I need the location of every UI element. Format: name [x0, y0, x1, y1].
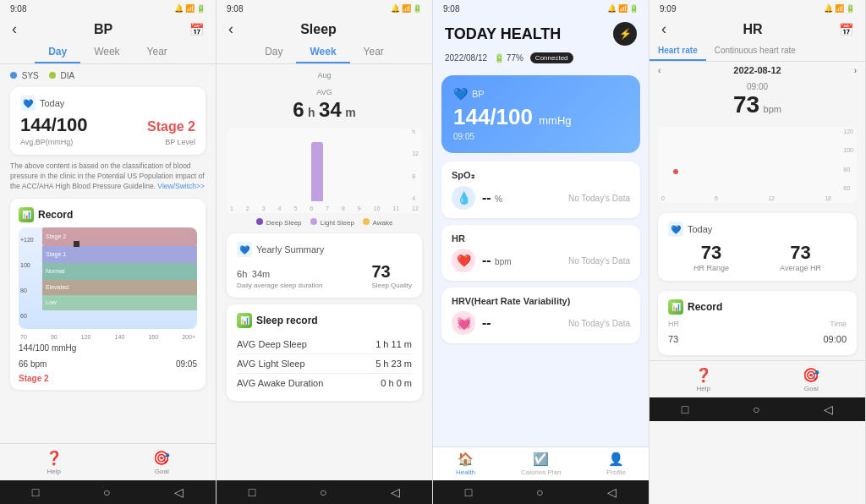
hr-nav-help[interactable]: ❓ Help — [695, 367, 712, 392]
bp-sub-labels: Avg.BP(mmHg) BP Level — [20, 138, 195, 146]
health-hr-card: HR ❤️ -- bpm No Today's Data — [441, 225, 640, 281]
sleep-tab-week[interactable]: Week — [296, 41, 349, 63]
hr-tab-heartrate[interactable]: Heart rate — [650, 41, 706, 61]
health-content: 💙 BP 144/100 mmHg 09:05 SpO₂ 💧 -- % N — [433, 68, 649, 446]
android-square-btn[interactable]: □ — [32, 485, 39, 499]
sleep-yearly-quality: 73 Sleep Quality — [371, 262, 412, 289]
hr-record-section: 📊 Record HR Time 73 09:00 — [658, 291, 857, 355]
bp-nav-goal[interactable]: 🎯 Goal — [153, 450, 170, 475]
health-meta: 2022/08/12 🔋 77% Connected — [433, 51, 649, 68]
sleep-tab-year[interactable]: Year — [350, 41, 397, 63]
bp-stage-value: Stage 2 — [147, 119, 195, 134]
bp-data-point — [74, 241, 79, 247]
sleep-chart-x: 1 2 3 4 5 6 7 8 9 10 11 12 — [230, 205, 419, 211]
sleep-avg-display: AVG 6 h 34 m — [227, 83, 422, 122]
hr-nav-goal[interactable]: 🎯 Goal — [803, 367, 819, 392]
bp-tab-year[interactable]: Year — [134, 41, 181, 63]
sleep-content: Aug AVG 6 h 34 m h 12 8 4 1 2 3 — [216, 64, 432, 480]
bp-tab-row: Day Week Year — [0, 41, 216, 64]
hr-next-btn[interactable]: › — [854, 66, 857, 75]
health-nav-calories[interactable]: ☑️ Calories Plan — [521, 452, 562, 476]
bp-record-section: 📊 Record +120 100 80 60 Stage 2 Stage 1 … — [10, 199, 206, 390]
health-hr-value: -- — [482, 253, 491, 267]
sleep-status-bar: 9:08 🔔 📶 🔋 — [216, 0, 432, 17]
sleep-back-button[interactable]: ‹ — [228, 20, 233, 38]
health-date: 2022/08/12 — [445, 53, 487, 63]
hr-android-bar: □ ○ ◁ — [650, 397, 865, 421]
bp-back-button[interactable]: ‹ — [12, 20, 17, 38]
health-android-circle[interactable]: ○ — [536, 485, 543, 499]
sleep-avg-mins: 34 — [319, 98, 342, 121]
hr-android-circle[interactable]: ○ — [753, 403, 759, 416]
health-android-square[interactable]: □ — [465, 485, 472, 499]
sleep-chart-y: h 12 8 4 — [412, 129, 419, 201]
hr-back-button[interactable]: ‹ — [661, 20, 666, 38]
hr-android-square[interactable]: □ — [682, 403, 688, 416]
health-profile-icon: 👤 — [608, 452, 624, 467]
bp-bottom-time: 09:05 — [176, 359, 197, 369]
health-android-back[interactable]: ◁ — [607, 485, 617, 499]
sleep-avg-m-unit: m — [345, 106, 355, 119]
health-spo2-row: 💧 -- % No Today's Data — [452, 186, 630, 210]
health-spo2-no-data: No Today's Data — [568, 194, 630, 203]
health-panel: 9:08 🔔 📶 🔋 TODAY HEALTH ⚡ 2022/08/12 🔋 7… — [433, 0, 650, 504]
hr-bpm-number: 73 — [733, 91, 759, 118]
health-bp-value: 144/100 mmHg — [453, 104, 628, 130]
bp-tab-day[interactable]: Day — [35, 41, 80, 63]
sleep-tab-row: Day Week Year — [216, 41, 432, 64]
sleep-android-circle[interactable]: ○ — [320, 485, 326, 499]
bp-tab-week[interactable]: Week — [80, 41, 133, 63]
hr-record-title: 📊 Record — [668, 299, 847, 315]
sleep-legend: Deep Sleep Light Sleep Awake — [227, 218, 422, 227]
health-hrv-no-data: No Today's Data — [568, 319, 630, 328]
hr-record-row: 73 09:00 — [668, 331, 847, 347]
bp-note-link[interactable]: View/Switch>> — [157, 182, 205, 190]
health-title: TODAY HEALTH — [445, 25, 561, 43]
bp-android-bar: □ ○ ◁ — [0, 480, 216, 504]
bp-legend-sys: SYS — [10, 71, 39, 80]
hrv-icon: 💓 — [452, 311, 475, 335]
sleep-legend-light: Light Sleep — [310, 218, 354, 227]
hr-bottom-nav: ❓ Help 🎯 Goal — [650, 360, 865, 397]
health-bp-label: 💙 BP — [453, 87, 628, 101]
sleep-android-back[interactable]: ◁ — [391, 485, 400, 499]
hr-tab-continuous[interactable]: Continuous heart rate — [706, 41, 804, 61]
hr-status-time: 9:09 — [660, 4, 676, 14]
health-home-icon: 🏠 — [458, 452, 474, 467]
sleep-chart: h 12 8 4 1 2 3 4 5 6 7 8 9 10 11 12 — [227, 129, 422, 213]
sleep-bar-8 — [311, 142, 323, 201]
sleep-tab-day[interactable]: Day — [251, 41, 296, 63]
health-hr-header: HR — [452, 233, 630, 244]
hr-today-card: 💙 Today 73 HR Range 73 Average HR — [658, 213, 857, 281]
hr-help-icon: ❓ — [695, 367, 712, 383]
normal-zone: Normal — [42, 263, 197, 280]
bp-today-card: 💙 Today 144/100 Stage 2 Avg.BP(mmHg) BP … — [10, 87, 206, 155]
hr-goal-icon: 🎯 — [803, 367, 819, 383]
bp-top-nav: ‹ BP 📅 — [0, 17, 216, 41]
hr-avg-block: 73 Average HR — [780, 242, 821, 272]
sleep-android-square[interactable]: □ — [249, 485, 255, 499]
sleep-legend-deep: Deep Sleep — [256, 218, 302, 227]
health-status-bar: 9:08 🔔 📶 🔋 — [433, 0, 649, 17]
hr-avg-label: Average HR — [780, 264, 821, 272]
sleep-yearly-hours: 6h 34m — [237, 262, 322, 282]
health-nav-health[interactable]: 🏠 Health — [456, 452, 475, 476]
android-circle-btn[interactable]: ○ — [103, 485, 110, 499]
hr-title: HR — [743, 22, 762, 37]
bp-calendar-icon[interactable]: 📅 — [189, 23, 204, 36]
bp-note: The above content is based on the classi… — [10, 162, 206, 192]
health-bottom-nav: 🏠 Health ☑️ Calories Plan 👤 Profile — [433, 446, 649, 480]
bp-nav-help[interactable]: ❓ Help — [46, 450, 63, 475]
bp-status-time: 9:08 — [10, 4, 26, 14]
health-spo2-value: -- — [482, 190, 491, 205]
hr-android-back[interactable]: ◁ — [824, 403, 833, 416]
hr-time-display: 09:00 — [650, 82, 865, 91]
hr-prev-btn[interactable]: ‹ — [658, 66, 660, 75]
android-back-btn[interactable]: ◁ — [174, 485, 184, 499]
health-nav-profile[interactable]: 👤 Profile — [606, 452, 626, 476]
bp-legend: SYS DIA — [10, 71, 206, 80]
sleep-status-icons: 🔔 📶 🔋 — [391, 4, 422, 13]
bluetooth-button[interactable]: ⚡ — [613, 22, 637, 46]
health-hr-no-data: No Today's Data — [568, 256, 630, 266]
hr-calendar-icon[interactable]: 📅 — [839, 23, 853, 36]
